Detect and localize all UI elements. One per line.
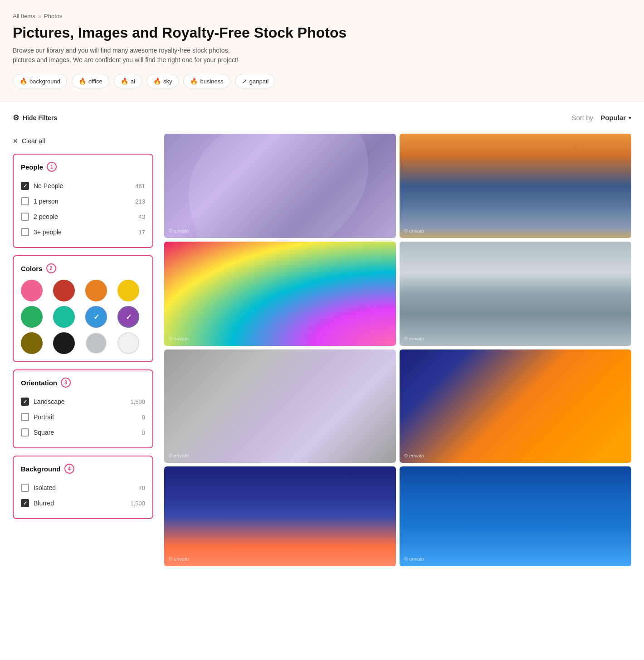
checkbox-3-people[interactable] (21, 228, 29, 236)
page-title: Pictures, Images and Royalty-Free Stock … (13, 24, 631, 41)
photo-card-purple-fabric[interactable]: © envato (164, 134, 396, 238)
purple-check-icon: ✓ (126, 313, 132, 321)
filter-count-no-people: 461 (135, 183, 145, 189)
filter-row-portrait[interactable]: Portrait 0 (21, 409, 145, 425)
checkbox-landscape[interactable] (21, 398, 29, 406)
colors-badge: 2 (46, 263, 56, 273)
tag-ganpati[interactable]: ↗ ganpati (235, 74, 276, 88)
orientation-label: Orientation (21, 379, 57, 387)
color-blue[interactable]: ✓ (85, 306, 107, 328)
filter-section-orientation: Orientation 3 Landscape 1,500 Portrait 0 (13, 369, 153, 448)
fire-icon-office: 🔥 (78, 78, 86, 85)
tag-business[interactable]: 🔥 business (183, 74, 230, 88)
sort-value (596, 114, 598, 121)
color-red[interactable] (53, 280, 75, 301)
filter-row-blurred[interactable]: Blurred 1,500 (21, 495, 145, 511)
filter-count-portrait: 0 (142, 414, 145, 421)
color-black[interactable] (53, 332, 75, 354)
filter-label-portrait: Portrait (34, 413, 54, 421)
orientation-badge: 3 (61, 378, 71, 388)
watermark-3: © envato (169, 336, 189, 341)
color-brown[interactable] (21, 332, 43, 354)
photo-card-blue-dusk[interactable]: © envato (164, 466, 396, 566)
filter-label-1-person: 1 person (34, 198, 58, 205)
tag-office-label: office (88, 78, 102, 85)
header-section: All Items » Photos Pictures, Images and … (0, 0, 644, 102)
filter-label-square: Square (34, 429, 54, 436)
filter-label-isolated: Isolated (34, 484, 56, 491)
photo-card-glitter[interactable]: © envato (164, 242, 396, 346)
tag-sky[interactable]: 🔥 sky (146, 74, 179, 88)
color-lightgray[interactable] (85, 332, 107, 354)
filter-row-1-person[interactable]: 1 person 213 (21, 194, 145, 209)
tag-ai-label: ai (131, 78, 135, 85)
clear-all-button[interactable]: ✕ Clear all (13, 134, 45, 154)
filter-count-isolated: 78 (139, 485, 145, 491)
filter-section-colors: Colors 2 ✓ ✓ (13, 255, 153, 362)
sidebar: ✕ Clear all People 1 No People 461 (13, 134, 153, 566)
checkbox-isolated[interactable] (21, 484, 29, 492)
tag-business-label: business (200, 78, 223, 85)
main-container: ⚙ Hide Filters Sort by Popular ▾ ✕ Clear… (0, 102, 644, 575)
photo-card-city-blue[interactable]: © envato (400, 466, 631, 566)
filter-row-2-people[interactable]: 2 people 43 (21, 209, 145, 224)
color-pink[interactable] (21, 280, 43, 301)
tag-background-label: background (29, 78, 60, 85)
photo-card-flowers[interactable]: © envato (164, 349, 396, 463)
watermark-7: © envato (169, 556, 189, 562)
colors-filter-title: Colors 2 (21, 263, 145, 273)
hide-filters-button[interactable]: ⚙ Hide Filters (13, 111, 57, 125)
filter-section-background: Background 4 Isolated 78 Blurred 1,500 (13, 456, 153, 519)
colors-label: Colors (21, 265, 43, 272)
tag-office[interactable]: 🔥 office (72, 74, 109, 88)
filter-row-3-people[interactable]: 3+ people 17 (21, 224, 145, 240)
tag-background[interactable]: 🔥 background (13, 74, 67, 88)
checkbox-square[interactable] (21, 428, 29, 437)
photo-card-orange-juice[interactable]: © envato (400, 349, 631, 463)
checkbox-blurred[interactable] (21, 499, 29, 507)
filter-row-left-blurred: Blurred (21, 499, 54, 507)
people-badge: 1 (47, 162, 57, 172)
content-layout: ✕ Clear all People 1 No People 461 (13, 134, 631, 566)
checkbox-portrait[interactable] (21, 413, 29, 421)
filter-count-1-person: 213 (135, 198, 145, 205)
watermark-8: © envato (404, 556, 424, 562)
filter-count-landscape: 1,500 (130, 398, 145, 405)
color-purple[interactable]: ✓ (117, 306, 139, 328)
color-teal[interactable] (53, 306, 75, 328)
filter-label-landscape: Landscape (34, 398, 65, 405)
watermark-6: © envato (404, 453, 424, 458)
color-white[interactable] (117, 332, 139, 354)
color-green[interactable] (21, 306, 43, 328)
color-yellow[interactable] (117, 280, 139, 301)
checkbox-no-people[interactable] (21, 182, 29, 190)
breadcrumb-photos[interactable]: Photos (44, 13, 62, 19)
checkbox-1-person[interactable] (21, 197, 29, 205)
filter-row-no-people[interactable]: No People 461 (21, 178, 145, 194)
breadcrumb-separator: » (38, 13, 41, 19)
photo-card-sunset-rocks[interactable]: © envato (400, 134, 631, 238)
filter-count-2-people: 43 (139, 214, 145, 220)
breadcrumb-all-items[interactable]: All Items (13, 13, 35, 19)
filter-label-2-people: 2 people (34, 213, 58, 220)
clear-all-label: Clear all (22, 137, 45, 145)
color-orange[interactable] (85, 280, 107, 301)
filter-row-square[interactable]: Square 0 (21, 425, 145, 440)
watermark-1: © envato (169, 228, 189, 233)
filter-row-landscape[interactable]: Landscape 1,500 (21, 394, 145, 409)
filter-icon: ⚙ (13, 113, 19, 122)
photo-card-snowy-beach[interactable]: © envato (400, 242, 631, 346)
fire-icon-sky: 🔥 (153, 78, 161, 85)
tag-ai[interactable]: 🔥 ai (114, 74, 142, 88)
filter-count-square: 0 (142, 429, 145, 436)
background-label: Background (21, 465, 61, 473)
filter-row-left-1-person: 1 person (21, 197, 58, 205)
people-label: People (21, 163, 43, 171)
filter-row-left-portrait: Portrait (21, 413, 54, 421)
sort-dropdown[interactable]: Sort by Popular ▾ (571, 114, 631, 121)
sort-caret-icon: ▾ (629, 115, 631, 121)
checkbox-2-people[interactable] (21, 213, 29, 221)
background-filter-title: Background 4 (21, 464, 145, 474)
filter-row-left-isolated: Isolated (21, 484, 56, 492)
filter-row-isolated[interactable]: Isolated 78 (21, 480, 145, 495)
